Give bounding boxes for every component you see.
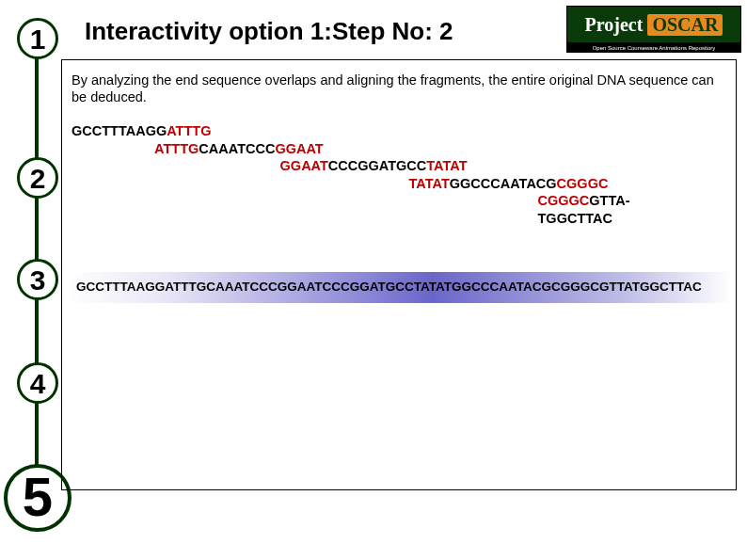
logo-top-row: Project OSCAR bbox=[567, 7, 740, 42]
logo-subtitle: Open Source Courseware Animations Reposi… bbox=[567, 42, 740, 53]
project-oscar-logo: Project OSCAR Open Source Courseware Ani… bbox=[566, 6, 741, 53]
step-circle-2[interactable]: 2 bbox=[17, 157, 58, 199]
logo-oscar-text: OSCAR bbox=[647, 14, 723, 36]
logo-project-text: Project bbox=[585, 14, 644, 36]
page-title: Interactivity option 1:Step No: 2 bbox=[85, 17, 453, 46]
intro-paragraph: By analyzing the end sequence overlaps a… bbox=[72, 72, 726, 105]
step-circle-4[interactable]: 4 bbox=[17, 362, 58, 404]
result-sequence-bar: GCCTTTAAGGATTTGCAAATCCCGGAATCCCGGATGCCTA… bbox=[67, 272, 731, 303]
step-circle-3[interactable]: 3 bbox=[17, 259, 58, 300]
content-panel: By analyzing the end sequence overlaps a… bbox=[61, 59, 737, 490]
step-sidebar: 1 2 3 4 5 bbox=[8, 24, 64, 551]
step-circle-1[interactable]: 1 bbox=[17, 18, 58, 59]
result-sequence-text: GCCTTTAAGGATTTGCAAATCCCGGAATCCCGGATGCCTA… bbox=[76, 280, 722, 296]
fragment-alignment-block: GCCTTTAAGGATTTG ATTTGCAAATCCCGGAAT GGAAT… bbox=[72, 122, 726, 227]
